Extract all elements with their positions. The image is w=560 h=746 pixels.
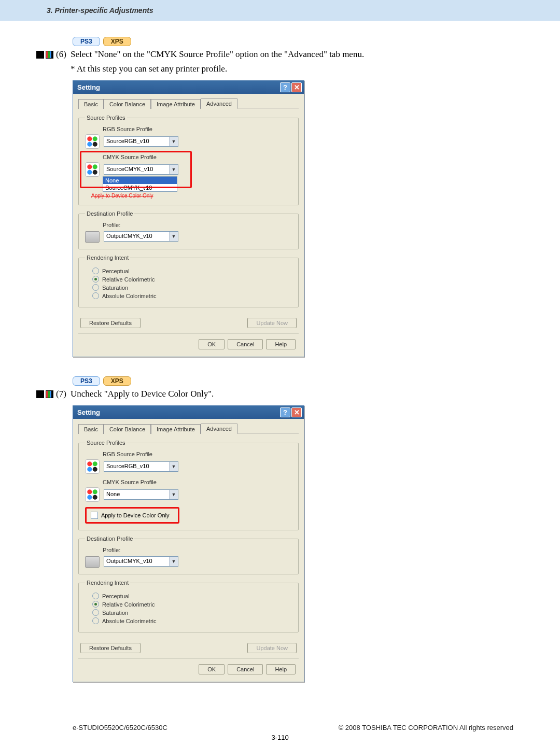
dropdown-item-none[interactable]: None	[103, 177, 177, 184]
source-profiles-legend: Source Profiles	[85, 440, 127, 446]
radio-saturation[interactable]: Saturation	[92, 284, 292, 291]
source-profiles-group: Source Profiles RGB Source Profile Sourc…	[78, 440, 299, 530]
tab-image-attribute[interactable]: Image Attribute	[151, 424, 201, 434]
help-button[interactable]: Help	[266, 664, 296, 674]
step-icons	[36, 51, 56, 59]
tab-strip: Basic Color Balance Image Attribute Adva…	[78, 98, 299, 108]
destination-profile-select[interactable]: OutputCMYK_v10 ▼	[104, 231, 178, 242]
step-text: Select "None" on the "CMYK Source Profil…	[71, 49, 364, 60]
chevron-down-icon: ▼	[169, 490, 178, 499]
tab-strip: Basic Color Balance Image Attribute Adva…	[78, 423, 299, 433]
step-6: (6) Select "None" on the "CMYK Source Pr…	[36, 49, 513, 60]
radio-relative[interactable]: Relative Colorimetric	[92, 601, 292, 608]
rendering-intent-group: Rendering Intent Perceptual Relative Col…	[78, 255, 299, 307]
chevron-down-icon: ▼	[169, 462, 178, 471]
rgb-source-select[interactable]: SourceRGB_v10 ▼	[104, 461, 178, 472]
destination-profile-legend: Destination Profile	[85, 536, 134, 542]
source-profiles-legend: Source Profiles	[85, 115, 127, 121]
color-stripes-icon	[46, 51, 53, 59]
chevron-down-icon: ▼	[169, 137, 178, 146]
step-icons	[36, 390, 56, 398]
tab-basic[interactable]: Basic	[78, 424, 104, 434]
step-number: (6)	[56, 49, 71, 60]
badge-row-7: PS3 XPS	[73, 376, 513, 386]
step-number: (7)	[56, 389, 71, 399]
page-footer: e-STUDIO5520C/6520C/6530C © 2008 TOSHIBA…	[0, 724, 560, 731]
settings-dialog-b: Setting ? ✕ Basic Color Balance Image At…	[73, 405, 304, 682]
destination-profile-group: Destination Profile Profile: OutputCMYK_…	[78, 536, 299, 574]
close-icon[interactable]: ✕	[291, 407, 302, 417]
radio-absolute[interactable]: Absolute Colorimetric	[92, 617, 292, 624]
destination-profile-group: Destination Profile Profile: OutputCMYK_…	[78, 210, 299, 249]
printer-icon	[85, 231, 100, 243]
rgb-source-select[interactable]: SourceRGB_v10 ▼	[104, 136, 178, 147]
rgb-profile-icon	[85, 134, 100, 149]
color-stripes-icon	[46, 390, 53, 398]
black-box-icon	[36, 51, 44, 59]
profile-label: Profile:	[103, 222, 292, 228]
cmyk-profile-icon	[85, 162, 100, 177]
page-content: PS3 XPS (6) Select "None" on the "CMYK S…	[0, 21, 560, 698]
rendering-intent-legend: Rendering Intent	[85, 580, 130, 586]
apply-device-color-label: Apply to Device Color Only	[101, 512, 169, 518]
dialog-title: Setting	[77, 83, 100, 91]
radio-absolute[interactable]: Absolute Colorimetric	[92, 292, 292, 299]
radio-relative[interactable]: Relative Colorimetric	[92, 276, 292, 283]
destination-profile-legend: Destination Profile	[85, 210, 134, 217]
cmyk-source-select[interactable]: None ▼	[104, 489, 178, 500]
cancel-button[interactable]: Cancel	[228, 339, 263, 349]
ps3-badge: PS3	[73, 37, 100, 46]
close-icon[interactable]: ✕	[291, 82, 302, 92]
tab-color-balance[interactable]: Color Balance	[104, 99, 151, 109]
destination-profile-select[interactable]: OutputCMYK_v10 ▼	[104, 556, 178, 567]
cmyk-label: CMYK Source Profile	[103, 479, 292, 485]
radio-saturation[interactable]: Saturation	[92, 609, 292, 616]
tab-advanced[interactable]: Advanced	[201, 98, 237, 109]
source-profiles-group: Source Profiles RGB Source Profile Sourc…	[78, 115, 299, 205]
cmyk-profile-icon	[85, 487, 100, 502]
help-icon[interactable]: ?	[280, 82, 290, 92]
profile-label: Profile:	[103, 547, 292, 553]
tab-image-attribute[interactable]: Image Attribute	[151, 99, 201, 109]
chevron-down-icon: ▼	[169, 557, 178, 566]
apply-device-color-checkbox[interactable]: Apply to Device Color Only	[85, 507, 179, 524]
dialog-title: Setting	[77, 409, 100, 416]
ok-button[interactable]: OK	[199, 664, 225, 674]
cmyk-label: CMYK Source Profile	[103, 154, 292, 160]
ps3-badge: PS3	[73, 376, 100, 386]
update-now-button: Update Now	[247, 643, 297, 653]
cancel-button[interactable]: Cancel	[228, 664, 263, 674]
chevron-down-icon: ▼	[169, 232, 178, 241]
xps-badge: XPS	[103, 376, 131, 386]
rgb-label: RGB Source Profile	[103, 126, 292, 132]
restore-defaults-button[interactable]: Restore Defaults	[80, 643, 141, 653]
radio-perceptual[interactable]: Perceptual	[92, 593, 292, 599]
step-7: (7) Uncheck "Apply to Device Color Only"…	[36, 389, 513, 399]
tab-color-balance[interactable]: Color Balance	[104, 424, 151, 434]
chevron-down-icon: ▼	[169, 165, 178, 174]
black-box-icon	[36, 390, 44, 398]
rendering-intent-group: Rendering Intent Perceptual Relative Col…	[78, 580, 299, 632]
help-button[interactable]: Help	[266, 339, 296, 349]
cmyk-dropdown-list[interactable]: None SourceCMYK_v10	[103, 176, 177, 192]
radio-perceptual[interactable]: Perceptual	[92, 268, 292, 274]
badge-row-6: PS3 XPS	[73, 36, 513, 46]
step-6-note: * At this step you can set any printer p…	[71, 64, 513, 74]
tab-basic[interactable]: Basic	[78, 99, 104, 109]
footer-left: e-STUDIO5520C/6520C/6530C	[73, 724, 167, 731]
rendering-intent-legend: Rendering Intent	[85, 255, 130, 261]
restore-defaults-button[interactable]: Restore Defaults	[80, 318, 141, 328]
tab-advanced[interactable]: Advanced	[201, 424, 237, 434]
rgb-label: RGB Source Profile	[103, 451, 292, 457]
dropdown-item-sourcecmyk[interactable]: SourceCMYK_v10	[103, 184, 177, 191]
rgb-profile-icon	[85, 459, 100, 474]
step-text: Uncheck "Apply to Device Color Only".	[71, 389, 214, 399]
printer-icon	[85, 556, 100, 568]
update-now-button: Update Now	[247, 318, 297, 328]
footer-right: © 2008 TOSHIBA TEC CORPORATION All right…	[339, 724, 513, 731]
ok-button[interactable]: OK	[199, 339, 225, 349]
help-icon[interactable]: ?	[280, 407, 290, 417]
xps-badge: XPS	[103, 37, 131, 46]
cmyk-source-select[interactable]: SourceCMYK_v10 ▼	[104, 164, 178, 175]
checkbox-icon	[91, 512, 98, 519]
